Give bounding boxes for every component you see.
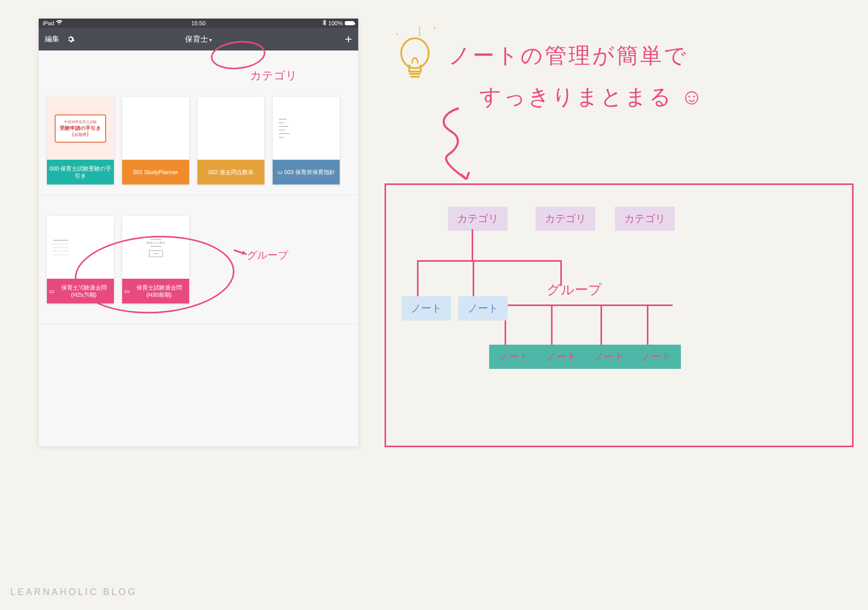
diagram-category-tag: カテゴリ <box>536 207 595 231</box>
note-folder-card[interactable]: ━━━━━━━━━━○ ○ ○ ○ ○ ○ ○○ ○ ○ ○ ○ ○ ○○ ○ … <box>47 216 114 303</box>
note-label: 002 過去問点数表 <box>197 160 264 184</box>
clock-time: 15:50 <box>191 20 206 26</box>
cover-subtitle: 平成30年保育士試験 <box>58 120 103 125</box>
lightbulb-icon <box>397 36 433 88</box>
diagram-note-tag: ノート <box>489 345 539 369</box>
note-folder-card[interactable]: ━━━━━━━保 育 の 心 理 学━━━━━━━━━━ ▭保育士試験過去問(H… <box>122 216 189 303</box>
diagram-note-tag: ノート <box>631 345 681 369</box>
note-folder-card[interactable]: ━━━━━━━━━━━━━━━━━━━━━━━━━━━━ ▭003 保育所保育指… <box>273 97 340 184</box>
app-toolbar: 編集 保育士▾ + <box>39 28 358 50</box>
explanation-panel: 、 ｜ ′ ノートの管理が簡単で すっきりまとまる ☺ カテゴリ カテゴリ カテ… <box>381 21 861 567</box>
note-card[interactable]: 001 StudyPlanner <box>122 97 189 184</box>
hierarchy-diagram: カテゴリ カテゴリ カテゴリ グループ ノート ノート ノート ノート ノート … <box>385 183 854 447</box>
diagram-category-tag: カテゴリ <box>615 207 675 231</box>
diagram-group-label: グループ <box>547 281 602 299</box>
note-card[interactable]: 平成30年保育士試験 受験申請の手引き 【前期用】 000 保育士試験受験の手引… <box>47 97 114 184</box>
note-card[interactable]: 002 過去問点数表 <box>197 97 264 184</box>
cover-tag: 【前期用】 <box>58 132 103 138</box>
folder-icon: ▭ <box>49 287 54 295</box>
diagram-note-tag: ノート <box>584 345 633 369</box>
note-label: ▭保育士試験過去問(H30前期) <box>122 279 189 303</box>
sparkle-icon: 、 ｜ ′ <box>395 24 439 38</box>
note-label: ▭保育士試験過去問(H29前期) <box>47 279 114 303</box>
swirl-arrow-icon <box>423 103 479 185</box>
category-dropdown[interactable]: 保育士▾ <box>185 35 212 44</box>
notes-shelf-2: ━━━━━━━━━━○ ○ ○ ○ ○ ○ ○○ ○ ○ ○ ○ ○ ○○ ○ … <box>39 195 358 325</box>
battery-icon <box>345 21 354 25</box>
svg-point-0 <box>401 38 428 68</box>
diagram-note-tag: ノート <box>537 345 586 369</box>
headline-line2: すっきりまとまる ☺ <box>479 82 705 111</box>
wifi-icon <box>56 20 62 26</box>
notes-shelf-1: 平成30年保育士試験 受験申請の手引き 【前期用】 000 保育士試験受験の手引… <box>39 50 358 195</box>
diagram-note-tag: ノート <box>458 296 508 320</box>
annotation-group-label: グループ <box>247 248 288 262</box>
edit-button[interactable]: 編集 <box>45 35 59 44</box>
note-label: 000 保育士試験受験の手引き <box>47 160 114 184</box>
annotation-category-label: カテゴリ <box>250 68 297 83</box>
diagram-note-tag: ノート <box>402 296 451 320</box>
status-bar: iPad 15:50 100% <box>39 19 358 28</box>
note-cover: 平成30年保育士試験 受験申請の手引き 【前期用】 <box>47 97 114 160</box>
device-label: iPad <box>43 20 54 26</box>
watermark-text: LEARNAHOLIC BLOG <box>10 587 137 598</box>
folder-icon: ▭ <box>124 287 129 295</box>
note-cover: ━━━━━━━━━━○ ○ ○ ○ ○ ○ ○○ ○ ○ ○ ○ ○ ○○ ○ … <box>47 216 114 279</box>
diagram-category-tag: カテゴリ <box>448 207 508 231</box>
folder-icon: ▭ <box>277 168 282 176</box>
note-cover: ━━━━━━━保 育 の 心 理 学━━━━━━━━━━ <box>122 216 189 279</box>
bluetooth-icon <box>322 20 326 27</box>
add-button[interactable]: + <box>345 32 352 46</box>
note-cover <box>197 97 264 160</box>
battery-pct: 100% <box>328 20 343 26</box>
chevron-down-icon: ▾ <box>209 37 212 43</box>
note-label: 001 StudyPlanner <box>122 160 189 184</box>
note-cover <box>122 97 189 160</box>
category-title: 保育士 <box>185 35 208 43</box>
headline-line1: ノートの管理が簡単で <box>448 41 688 70</box>
note-label: ▭003 保育所保育指針 <box>273 160 340 184</box>
gear-icon[interactable] <box>66 35 75 43</box>
cover-title: 受験申請の手引き <box>58 125 103 132</box>
note-cover: ━━━━━━━━━━━━━━━━━━━━━━━━━━━━ <box>273 97 340 160</box>
ipad-screenshot: iPad 15:50 100% 編集 保育士▾ + カテゴリ <box>39 19 358 446</box>
